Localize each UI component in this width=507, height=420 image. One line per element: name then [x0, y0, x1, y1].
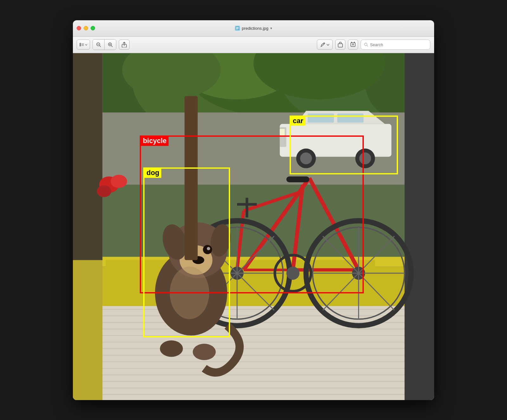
svg-rect-65 — [106, 260, 375, 306]
zoom-in-icon — [108, 42, 113, 47]
close-button[interactable] — [77, 26, 81, 30]
svg-rect-7 — [81, 45, 84, 46]
svg-rect-4 — [80, 43, 81, 47]
svg-rect-45 — [280, 129, 285, 135]
svg-rect-18 — [338, 44, 343, 47]
sidebar-toggle-button[interactable] — [77, 40, 90, 50]
svg-rect-2 — [236, 28, 239, 29]
sidebar-chevron-icon — [85, 44, 87, 46]
content-area: bicycle dog car — [73, 53, 434, 400]
svg-point-107 — [170, 266, 209, 319]
svg-line-25 — [367, 45, 368, 46]
zoom-out-icon — [96, 42, 101, 47]
window-title: predictions.jpg — [242, 26, 268, 31]
toolbar — [73, 37, 434, 53]
svg-line-10 — [99, 46, 101, 47]
svg-rect-37 — [280, 124, 391, 157]
svg-line-14 — [111, 46, 112, 47]
svg-rect-46 — [73, 303, 434, 400]
file-icon — [235, 26, 240, 31]
svg-point-23 — [354, 42, 355, 43]
info-button[interactable] — [348, 40, 358, 50]
svg-point-110 — [111, 175, 127, 188]
pen-chevron-icon — [327, 44, 329, 46]
svg-rect-68 — [73, 53, 102, 260]
minimize-button[interactable] — [84, 26, 88, 30]
svg-point-41 — [300, 152, 312, 164]
svg-rect-5 — [81, 43, 84, 44]
share-button[interactable] — [119, 40, 130, 50]
maximize-button[interactable] — [91, 26, 95, 30]
search-box[interactable] — [361, 40, 430, 50]
action-share-icon — [337, 42, 343, 47]
app-window: predictions.jpg ▾ — [73, 20, 434, 400]
info-icon — [350, 42, 356, 47]
svg-rect-108 — [184, 96, 197, 260]
svg-rect-39 — [337, 113, 363, 122]
svg-point-22 — [351, 42, 352, 43]
svg-point-103 — [207, 247, 210, 250]
search-input[interactable] — [370, 42, 427, 47]
image-container: bicycle dog car — [73, 53, 434, 400]
zoom-in-button[interactable] — [105, 40, 116, 50]
title-chevron[interactable]: ▾ — [270, 26, 272, 30]
traffic-lights — [77, 26, 95, 30]
scene-image — [73, 53, 434, 400]
svg-point-43 — [359, 152, 371, 164]
pen-icon — [320, 42, 325, 47]
svg-point-111 — [97, 185, 112, 197]
titlebar: predictions.jpg ▾ — [73, 20, 434, 37]
svg-rect-6 — [81, 44, 84, 45]
window-title-area: predictions.jpg ▾ — [235, 26, 272, 31]
svg-rect-67 — [405, 53, 434, 400]
svg-rect-3 — [236, 29, 238, 29]
svg-line-17 — [324, 43, 324, 44]
svg-point-24 — [364, 43, 367, 46]
svg-point-94 — [286, 266, 299, 279]
annotate-button[interactable] — [317, 40, 333, 50]
share-icon — [122, 42, 127, 47]
zoom-controls — [93, 39, 116, 50]
svg-rect-75 — [286, 176, 310, 182]
zoom-out-button[interactable] — [93, 40, 105, 50]
svg-rect-38 — [308, 113, 334, 122]
sidebar-toggle-icon — [80, 42, 84, 47]
svg-rect-1 — [236, 27, 239, 28]
svg-point-105 — [160, 340, 183, 357]
search-icon — [364, 42, 368, 47]
svg-rect-19 — [351, 43, 355, 47]
svg-point-106 — [193, 343, 216, 360]
action-share-button[interactable] — [335, 40, 345, 50]
